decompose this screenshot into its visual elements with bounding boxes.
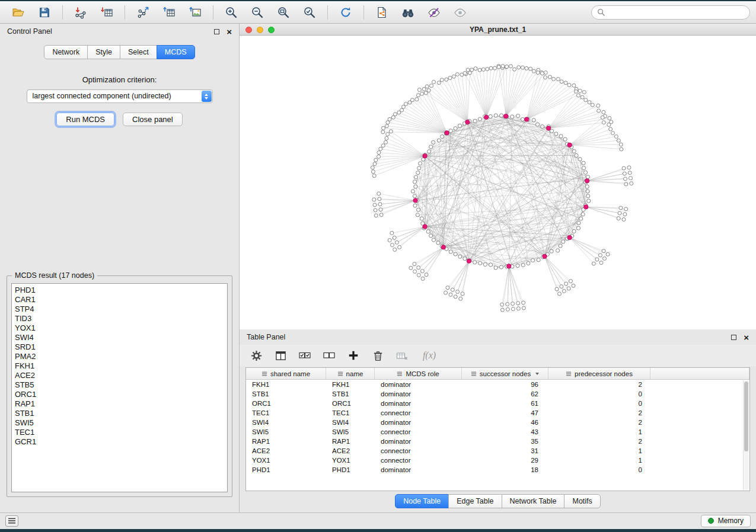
columns-icon xyxy=(275,350,287,362)
table-row[interactable]: YOX1YOX1connector291 xyxy=(246,456,749,465)
refresh-view-button[interactable] xyxy=(333,4,358,21)
close-panel-button[interactable]: Close panel xyxy=(123,113,183,126)
save-session-button[interactable] xyxy=(32,4,57,21)
mcds-result-item[interactable]: STP4 xyxy=(12,305,227,314)
tab-style[interactable]: Style xyxy=(87,45,120,59)
memory-status-icon xyxy=(708,518,714,524)
toolbar-separator xyxy=(213,5,213,20)
add-column-button[interactable] xyxy=(346,348,361,363)
mcds-result-item[interactable]: CAR1 xyxy=(12,295,227,305)
table-row[interactable]: SWI5SWI5connector431 xyxy=(246,427,749,437)
column-header-mcds-role[interactable]: MCDS role xyxy=(375,368,462,379)
app-window: Control Panel × Network Style Select MCD… xyxy=(0,1,756,529)
eye-slash-icon xyxy=(428,6,441,19)
close-panel-icon[interactable]: × xyxy=(227,27,232,36)
open-file-button[interactable] xyxy=(6,4,31,21)
zoom-fit-button[interactable] xyxy=(271,4,296,21)
table-row[interactable]: PHD1PHD1dominator180 xyxy=(246,465,749,475)
maximize-window-icon[interactable] xyxy=(268,27,275,33)
traffic-lights xyxy=(245,27,275,33)
table-row[interactable]: ACE2ACE2connector311 xyxy=(246,446,749,456)
mcds-result-list[interactable]: PHD1CAR1STP4TID3YOX1SWI4SRD1PMA2FKH1ACE2… xyxy=(11,283,228,492)
tab-network-table[interactable]: Network Table xyxy=(502,494,565,508)
column-menu-icon xyxy=(471,371,477,377)
right-column: YPA_prune.txt_1 Table Panel × xyxy=(240,24,756,512)
column-header-predecessor-nodes[interactable]: predecessor nodes xyxy=(548,368,650,379)
mcds-result-item[interactable]: RAP1 xyxy=(12,399,227,409)
delete-table-button[interactable] xyxy=(395,348,409,363)
mcds-result-item[interactable]: TEC1 xyxy=(12,428,227,437)
close-panel-icon[interactable]: × xyxy=(744,333,749,342)
table-row[interactable]: STB1STB1dominator620 xyxy=(246,389,749,399)
mcds-result-item[interactable]: GCR1 xyxy=(12,437,227,447)
table-row[interactable]: FKH1FKH1dominator962 xyxy=(246,380,749,389)
zoom-selected-button[interactable] xyxy=(297,4,322,21)
column-header-filler xyxy=(650,368,749,379)
search-field[interactable] xyxy=(591,5,750,20)
show-graphics-details-button[interactable] xyxy=(448,4,473,21)
select-all-rows-button[interactable] xyxy=(298,348,312,363)
node-table: shared name name MCDS role successo xyxy=(245,367,750,491)
memory-button[interactable]: Memory xyxy=(701,515,751,527)
task-history-button[interactable] xyxy=(5,515,18,527)
mcds-result-item[interactable]: STB5 xyxy=(12,380,227,390)
search-input[interactable] xyxy=(608,8,744,17)
table-settings-button[interactable] xyxy=(249,348,263,363)
scrollbar-thumb[interactable] xyxy=(744,382,748,451)
mcds-result-item[interactable]: SRD1 xyxy=(12,342,227,352)
show-columns-button[interactable] xyxy=(273,348,288,363)
float-panel-icon[interactable] xyxy=(214,29,219,34)
criterion-select[interactable]: largest connected component (undirected) xyxy=(27,89,213,103)
main-toolbar xyxy=(0,1,756,24)
export-table-button[interactable] xyxy=(157,4,181,21)
tab-edge-table[interactable]: Edge Table xyxy=(448,494,502,508)
function-builder-button[interactable]: f(x) xyxy=(419,348,439,363)
mcds-result-item[interactable]: SWI4 xyxy=(12,333,227,342)
export-document-button[interactable] xyxy=(369,4,394,21)
table-row[interactable]: RAP1RAP1dominator352 xyxy=(246,437,749,446)
tab-node-table[interactable]: Node Table xyxy=(395,494,449,508)
mcds-result-item[interactable]: FKH1 xyxy=(12,361,227,371)
mcds-result-item[interactable]: SWI5 xyxy=(12,418,227,428)
mcds-result-item[interactable]: PHD1 xyxy=(12,286,227,295)
mcds-result-item[interactable]: YOX1 xyxy=(12,323,227,333)
table-row[interactable]: ORC1ORC1dominator610 xyxy=(246,399,749,408)
float-panel-icon[interactable] xyxy=(731,335,736,340)
run-mcds-button[interactable]: Run MCDS xyxy=(56,113,114,126)
hide-graphics-details-button[interactable] xyxy=(422,4,446,21)
mcds-result-item[interactable]: ORC1 xyxy=(12,390,227,399)
column-header-successor-nodes[interactable]: successor nodes xyxy=(462,368,548,379)
export-image-button[interactable] xyxy=(183,4,208,21)
mcds-result-item[interactable]: PMA2 xyxy=(12,352,227,361)
export-network-button[interactable] xyxy=(130,4,155,21)
tab-network[interactable]: Network xyxy=(44,45,88,59)
mcds-result-item[interactable]: STB1 xyxy=(12,409,227,418)
mcds-result-item[interactable]: TID3 xyxy=(12,314,227,323)
column-header-name[interactable]: name xyxy=(326,368,375,379)
tab-motifs[interactable]: Motifs xyxy=(564,494,600,508)
search-icon xyxy=(597,8,605,16)
table-row[interactable]: TEC1TEC1connector472 xyxy=(246,408,749,418)
deselect-all-rows-button[interactable] xyxy=(322,348,336,363)
network-window-title: YPA_prune.txt_1 xyxy=(470,25,526,34)
table-row[interactable]: SWI4SWI4dominator462 xyxy=(246,418,749,427)
tab-select[interactable]: Select xyxy=(120,45,157,59)
tab-mcds[interactable]: MCDS xyxy=(157,45,195,59)
column-header-shared-name[interactable]: shared name xyxy=(246,368,326,379)
table-scrollbar[interactable] xyxy=(743,380,749,490)
zoom-in-button[interactable] xyxy=(219,4,244,21)
delete-column-button[interactable] xyxy=(371,348,385,363)
zoom-out-button[interactable] xyxy=(245,4,270,21)
import-table-button[interactable] xyxy=(94,4,119,21)
mcds-result-item[interactable]: ACE2 xyxy=(12,371,227,380)
memory-label: Memory xyxy=(718,517,744,525)
network-graph[interactable] xyxy=(240,36,756,330)
network-window-titlebar: YPA_prune.txt_1 xyxy=(240,24,756,36)
table-panel-header: Table Panel × xyxy=(240,329,756,345)
search-network-button[interactable] xyxy=(395,4,420,21)
minimize-window-icon[interactable] xyxy=(257,27,263,33)
close-window-icon[interactable] xyxy=(245,27,252,33)
import-network-button[interactable] xyxy=(68,4,93,21)
toolbar-separator xyxy=(327,5,328,20)
column-menu-icon xyxy=(397,371,403,377)
